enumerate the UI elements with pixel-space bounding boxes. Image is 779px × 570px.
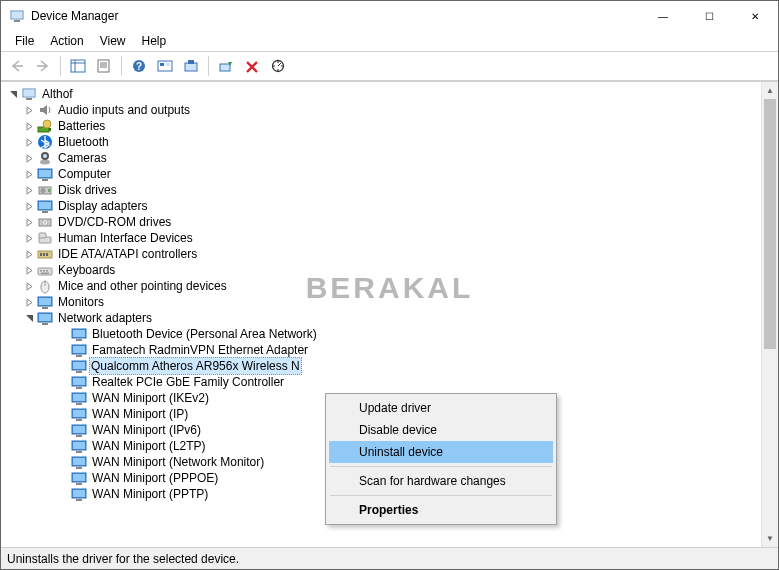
menu-view[interactable]: View <box>92 32 134 50</box>
menu-help[interactable]: Help <box>134 32 175 50</box>
category-node[interactable]: Monitors <box>5 294 760 310</box>
monitor-icon <box>71 422 87 438</box>
expand-caret-icon[interactable] <box>23 280 35 292</box>
tree-row-label: Bluetooth <box>56 134 111 150</box>
scroll-down-button[interactable]: ▼ <box>762 530 778 547</box>
maximize-button[interactable]: ☐ <box>686 1 732 31</box>
scrollbar-thumb[interactable] <box>764 99 776 349</box>
mouse-icon <box>37 278 53 294</box>
expand-caret-icon[interactable] <box>23 216 35 228</box>
monitor-icon <box>37 294 53 310</box>
toolbar-show-hidden-button[interactable] <box>153 54 177 78</box>
expand-caret-icon[interactable] <box>23 120 35 132</box>
context-menu-item[interactable]: Scan for hardware changes <box>329 470 553 492</box>
svg-rect-51 <box>41 273 49 275</box>
context-menu-item[interactable]: Uninstall device <box>329 441 553 463</box>
monitor-icon <box>37 310 53 326</box>
tree-row-label: WAN Miniport (IKEv2) <box>90 390 211 406</box>
svg-rect-30 <box>39 170 51 177</box>
tree-row-label: Monitors <box>56 294 106 310</box>
category-node[interactable]: DVD/CD-ROM drives <box>5 214 760 230</box>
tree-row-label: Human Interface Devices <box>56 230 195 246</box>
toolbar-scan-hardware-button[interactable] <box>266 54 290 78</box>
context-menu-item[interactable]: Properties <box>329 499 553 521</box>
svg-rect-89 <box>76 483 82 485</box>
toolbar-separator <box>60 56 61 76</box>
svg-rect-74 <box>76 403 82 405</box>
enable-device-icon <box>218 59 234 73</box>
svg-rect-79 <box>73 426 85 433</box>
category-node[interactable]: Mice and other pointing devices <box>5 278 760 294</box>
root-node[interactable]: Althof <box>5 86 760 102</box>
svg-rect-46 <box>46 253 48 256</box>
toolbar-update-driver-button[interactable] <box>179 54 203 78</box>
collapse-caret-icon[interactable] <box>23 312 35 324</box>
category-node[interactable]: Cameras <box>5 150 760 166</box>
expand-caret-icon[interactable] <box>23 264 35 276</box>
expand-caret-icon[interactable] <box>23 184 35 196</box>
toolbar-enable-device-button[interactable] <box>214 54 238 78</box>
category-node[interactable]: Human Interface Devices <box>5 230 760 246</box>
context-menu-item[interactable]: Update driver <box>329 397 553 419</box>
svg-rect-15 <box>185 63 197 71</box>
expand-caret-icon[interactable] <box>23 296 35 308</box>
toolbar-properties-button[interactable] <box>92 54 116 78</box>
expand-caret-icon[interactable] <box>23 200 35 212</box>
svg-rect-92 <box>76 499 82 501</box>
vertical-scrollbar[interactable]: ▲ ▼ <box>761 82 778 547</box>
caret-spacer <box>57 376 69 388</box>
menu-file[interactable]: File <box>7 32 42 50</box>
category-node[interactable]: IDE ATA/ATAPI controllers <box>5 246 760 262</box>
collapse-caret-icon[interactable] <box>7 88 19 100</box>
toolbar-help-button[interactable]: ? <box>127 54 151 78</box>
expand-caret-icon[interactable] <box>23 136 35 148</box>
device-node[interactable]: Qualcomm Atheros AR956x Wireless N <box>5 358 760 374</box>
tree-row-label: DVD/CD-ROM drives <box>56 214 173 230</box>
scroll-up-button[interactable]: ▲ <box>762 82 778 99</box>
category-node[interactable]: Display adapters <box>5 198 760 214</box>
tree-row-label: WAN Miniport (IPv6) <box>90 422 203 438</box>
svg-rect-76 <box>73 410 85 417</box>
context-menu-item[interactable]: Disable device <box>329 419 553 441</box>
svg-rect-14 <box>166 63 170 66</box>
expand-caret-icon[interactable] <box>23 168 35 180</box>
menu-action[interactable]: Action <box>42 32 91 50</box>
category-node[interactable]: Batteries <box>5 118 760 134</box>
category-node[interactable]: Keyboards <box>5 262 760 278</box>
category-node[interactable]: Computer <box>5 166 760 182</box>
scan-hardware-icon <box>270 59 286 73</box>
svg-rect-56 <box>42 307 48 309</box>
toolbar-uninstall-device-button[interactable] <box>240 54 264 78</box>
svg-rect-65 <box>76 355 82 357</box>
svg-rect-67 <box>73 362 85 369</box>
svg-rect-34 <box>48 189 50 192</box>
device-node[interactable]: Famatech RadminVPN Ethernet Adapter <box>5 342 760 358</box>
svg-rect-45 <box>43 253 45 256</box>
toolbar: ? <box>1 51 778 81</box>
minimize-button[interactable]: — <box>640 1 686 31</box>
caret-spacer <box>57 472 69 484</box>
category-node[interactable]: Disk drives <box>5 182 760 198</box>
svg-rect-88 <box>73 474 85 481</box>
device-node[interactable]: Realtek PCIe GbE Family Controller <box>5 374 760 390</box>
device-node[interactable]: Bluetooth Device (Personal Area Network) <box>5 326 760 342</box>
category-node[interactable]: Network adapters <box>5 310 760 326</box>
toolbar-show-hide-tree-button[interactable] <box>66 54 90 78</box>
caret-spacer <box>57 392 69 404</box>
expand-caret-icon[interactable] <box>23 152 35 164</box>
category-node[interactable]: Audio inputs and outputs <box>5 102 760 118</box>
expand-caret-icon[interactable] <box>23 248 35 260</box>
expand-caret-icon[interactable] <box>23 232 35 244</box>
monitor-icon <box>71 438 87 454</box>
expand-caret-icon[interactable] <box>23 104 35 116</box>
monitor-icon <box>37 166 53 182</box>
show-hidden-icon <box>157 59 173 73</box>
svg-point-26 <box>40 160 50 165</box>
app-icon <box>9 8 25 24</box>
category-node[interactable]: Bluetooth <box>5 134 760 150</box>
close-button[interactable]: ✕ <box>732 1 778 31</box>
svg-point-28 <box>43 154 47 158</box>
monitor-icon <box>71 390 87 406</box>
tree-row-label: IDE ATA/ATAPI controllers <box>56 246 199 262</box>
help-icon: ? <box>131 59 147 73</box>
